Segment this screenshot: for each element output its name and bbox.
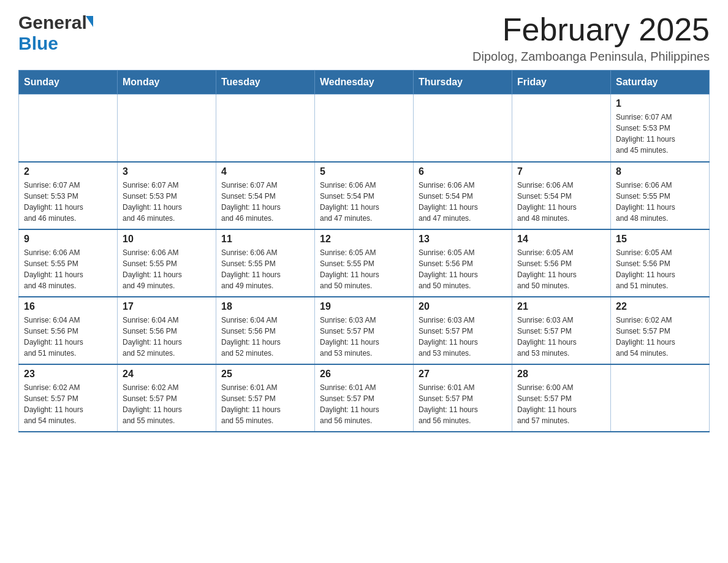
calendar-cell: 20Sunrise: 6:03 AM Sunset: 5:57 PM Dayli… xyxy=(414,297,512,364)
day-number: 28 xyxy=(517,369,605,380)
day-info: Sunrise: 6:05 AM Sunset: 5:56 PM Dayligh… xyxy=(419,247,507,291)
logo-blue-text: Blue xyxy=(18,33,58,53)
title-block: February 2025 Dipolog, Zamboanga Peninsu… xyxy=(472,12,710,64)
day-number: 4 xyxy=(221,166,309,177)
calendar-cell: 19Sunrise: 6:03 AM Sunset: 5:57 PM Dayli… xyxy=(315,297,414,364)
calendar-cell: 7Sunrise: 6:06 AM Sunset: 5:54 PM Daylig… xyxy=(512,162,611,229)
calendar-cell: 25Sunrise: 6:01 AM Sunset: 5:57 PM Dayli… xyxy=(216,364,315,432)
day-number: 18 xyxy=(221,301,309,312)
day-info: Sunrise: 6:03 AM Sunset: 5:57 PM Dayligh… xyxy=(419,315,507,359)
day-number: 9 xyxy=(24,234,112,245)
calendar-cell: 13Sunrise: 6:05 AM Sunset: 5:56 PM Dayli… xyxy=(414,229,512,297)
day-number: 13 xyxy=(419,234,507,245)
day-info: Sunrise: 6:03 AM Sunset: 5:57 PM Dayligh… xyxy=(517,315,605,359)
calendar-week-row: 2Sunrise: 6:07 AM Sunset: 5:53 PM Daylig… xyxy=(19,162,710,229)
day-info: Sunrise: 6:07 AM Sunset: 5:53 PM Dayligh… xyxy=(123,180,211,224)
calendar-cell xyxy=(19,94,118,162)
day-number: 8 xyxy=(616,166,704,177)
day-number: 20 xyxy=(419,301,507,312)
day-info: Sunrise: 6:06 AM Sunset: 5:54 PM Dayligh… xyxy=(419,180,507,224)
day-number: 3 xyxy=(123,166,211,177)
logo-general-text: General xyxy=(18,12,87,33)
calendar-week-row: 23Sunrise: 6:02 AM Sunset: 5:57 PM Dayli… xyxy=(19,364,710,432)
calendar-header-row: SundayMondayTuesdayWednesdayThursdayFrid… xyxy=(19,71,710,94)
day-info: Sunrise: 6:06 AM Sunset: 5:55 PM Dayligh… xyxy=(221,247,309,291)
day-number: 6 xyxy=(419,166,507,177)
day-number: 7 xyxy=(517,166,605,177)
calendar-header-wednesday: Wednesday xyxy=(315,71,414,94)
subtitle: Dipolog, Zamboanga Peninsula, Philippine… xyxy=(472,50,710,64)
calendar-header-friday: Friday xyxy=(512,71,611,94)
calendar-cell: 4Sunrise: 6:07 AM Sunset: 5:54 PM Daylig… xyxy=(216,162,315,229)
day-number: 15 xyxy=(616,234,704,245)
calendar-header-thursday: Thursday xyxy=(414,71,512,94)
day-number: 1 xyxy=(616,98,704,109)
logo: General Blue xyxy=(18,12,93,54)
calendar-week-row: 16Sunrise: 6:04 AM Sunset: 5:56 PM Dayli… xyxy=(19,297,710,364)
day-number: 23 xyxy=(24,369,112,380)
day-info: Sunrise: 6:05 AM Sunset: 5:56 PM Dayligh… xyxy=(517,247,605,291)
calendar-table: SundayMondayTuesdayWednesdayThursdayFrid… xyxy=(18,70,710,432)
day-info: Sunrise: 6:05 AM Sunset: 5:55 PM Dayligh… xyxy=(320,247,408,291)
day-info: Sunrise: 6:06 AM Sunset: 5:54 PM Dayligh… xyxy=(517,180,605,224)
day-info: Sunrise: 6:00 AM Sunset: 5:57 PM Dayligh… xyxy=(517,382,605,426)
calendar-cell: 14Sunrise: 6:05 AM Sunset: 5:56 PM Dayli… xyxy=(512,229,611,297)
day-info: Sunrise: 6:01 AM Sunset: 5:57 PM Dayligh… xyxy=(221,382,309,426)
day-info: Sunrise: 6:02 AM Sunset: 5:57 PM Dayligh… xyxy=(616,315,704,359)
day-info: Sunrise: 6:02 AM Sunset: 5:57 PM Dayligh… xyxy=(24,382,112,426)
day-number: 17 xyxy=(123,301,211,312)
day-info: Sunrise: 6:04 AM Sunset: 5:56 PM Dayligh… xyxy=(221,315,309,359)
day-number: 5 xyxy=(320,166,408,177)
calendar-cell: 5Sunrise: 6:06 AM Sunset: 5:54 PM Daylig… xyxy=(315,162,414,229)
calendar-header-monday: Monday xyxy=(118,71,216,94)
day-number: 26 xyxy=(320,369,408,380)
day-number: 12 xyxy=(320,234,408,245)
day-info: Sunrise: 6:01 AM Sunset: 5:57 PM Dayligh… xyxy=(320,382,408,426)
day-info: Sunrise: 6:07 AM Sunset: 5:53 PM Dayligh… xyxy=(24,180,112,224)
day-info: Sunrise: 6:06 AM Sunset: 5:55 PM Dayligh… xyxy=(123,247,211,291)
calendar-cell: 17Sunrise: 6:04 AM Sunset: 5:56 PM Dayli… xyxy=(118,297,216,364)
calendar-cell xyxy=(118,94,216,162)
day-info: Sunrise: 6:04 AM Sunset: 5:56 PM Dayligh… xyxy=(123,315,211,359)
calendar-cell: 23Sunrise: 6:02 AM Sunset: 5:57 PM Dayli… xyxy=(19,364,118,432)
day-number: 10 xyxy=(123,234,211,245)
day-number: 19 xyxy=(320,301,408,312)
calendar-header-tuesday: Tuesday xyxy=(216,71,315,94)
day-info: Sunrise: 6:06 AM Sunset: 5:55 PM Dayligh… xyxy=(24,247,112,291)
calendar-cell: 8Sunrise: 6:06 AM Sunset: 5:55 PM Daylig… xyxy=(611,162,710,229)
calendar-cell: 16Sunrise: 6:04 AM Sunset: 5:56 PM Dayli… xyxy=(19,297,118,364)
calendar-week-row: 9Sunrise: 6:06 AM Sunset: 5:55 PM Daylig… xyxy=(19,229,710,297)
calendar-cell: 18Sunrise: 6:04 AM Sunset: 5:56 PM Dayli… xyxy=(216,297,315,364)
main-title: February 2025 xyxy=(472,12,710,47)
calendar-cell: 1Sunrise: 6:07 AM Sunset: 5:53 PM Daylig… xyxy=(611,94,710,162)
day-number: 11 xyxy=(221,234,309,245)
day-number: 2 xyxy=(24,166,112,177)
calendar-cell: 11Sunrise: 6:06 AM Sunset: 5:55 PM Dayli… xyxy=(216,229,315,297)
calendar-cell: 12Sunrise: 6:05 AM Sunset: 5:55 PM Dayli… xyxy=(315,229,414,297)
day-info: Sunrise: 6:06 AM Sunset: 5:55 PM Dayligh… xyxy=(616,180,704,224)
day-number: 25 xyxy=(221,369,309,380)
calendar-cell xyxy=(611,364,710,432)
calendar-cell: 21Sunrise: 6:03 AM Sunset: 5:57 PM Dayli… xyxy=(512,297,611,364)
calendar-cell: 2Sunrise: 6:07 AM Sunset: 5:53 PM Daylig… xyxy=(19,162,118,229)
day-number: 22 xyxy=(616,301,704,312)
calendar-cell: 6Sunrise: 6:06 AM Sunset: 5:54 PM Daylig… xyxy=(414,162,512,229)
calendar-cell: 24Sunrise: 6:02 AM Sunset: 5:57 PM Dayli… xyxy=(118,364,216,432)
calendar-week-row: 1Sunrise: 6:07 AM Sunset: 5:53 PM Daylig… xyxy=(19,94,710,162)
day-info: Sunrise: 6:03 AM Sunset: 5:57 PM Dayligh… xyxy=(320,315,408,359)
calendar-cell: 9Sunrise: 6:06 AM Sunset: 5:55 PM Daylig… xyxy=(19,229,118,297)
calendar-cell: 22Sunrise: 6:02 AM Sunset: 5:57 PM Dayli… xyxy=(611,297,710,364)
calendar-cell: 28Sunrise: 6:00 AM Sunset: 5:57 PM Dayli… xyxy=(512,364,611,432)
day-info: Sunrise: 6:02 AM Sunset: 5:57 PM Dayligh… xyxy=(123,382,211,426)
calendar-cell xyxy=(512,94,611,162)
day-info: Sunrise: 6:07 AM Sunset: 5:54 PM Dayligh… xyxy=(221,180,309,224)
day-number: 24 xyxy=(123,369,211,380)
day-number: 14 xyxy=(517,234,605,245)
calendar-cell xyxy=(216,94,315,162)
calendar-header-sunday: Sunday xyxy=(19,71,118,94)
calendar-cell: 27Sunrise: 6:01 AM Sunset: 5:57 PM Dayli… xyxy=(414,364,512,432)
day-info: Sunrise: 6:06 AM Sunset: 5:54 PM Dayligh… xyxy=(320,180,408,224)
calendar-cell xyxy=(414,94,512,162)
day-info: Sunrise: 6:05 AM Sunset: 5:56 PM Dayligh… xyxy=(616,247,704,291)
day-number: 16 xyxy=(24,301,112,312)
